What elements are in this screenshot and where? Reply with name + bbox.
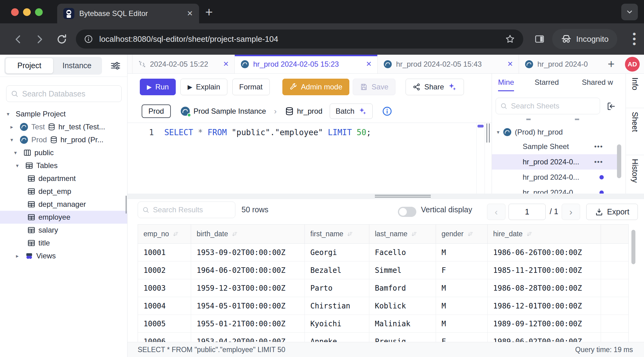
caret-down-icon[interactable]: ▾ [14, 150, 20, 156]
tree-item-table-salary[interactable]: salary [0, 224, 127, 237]
collapse-panel-button[interactable] [606, 101, 616, 111]
cell-emp-no[interactable]: 10003 [138, 279, 191, 297]
tab-search-chevron-button[interactable] [621, 4, 638, 20]
batch-button[interactable]: Batch [330, 104, 372, 119]
table-row[interactable]: 10005 1955-01-21T00:00:00Z Kyoichi Malin… [138, 315, 628, 333]
tab-history[interactable]: History [626, 155, 644, 194]
sheet-search-input[interactable] [511, 102, 595, 110]
panel-resize-handle[interactable] [486, 124, 490, 143]
tab-shared[interactable]: Shared w [582, 78, 613, 91]
explain-button[interactable]: ▶ Explain [180, 79, 227, 95]
close-tab-icon[interactable]: ✕ [366, 60, 372, 68]
tree-item-table-title[interactable]: title [0, 237, 127, 249]
tab-sheet[interactable]: Sheet [626, 108, 644, 155]
results-resize-divider[interactable] [128, 194, 644, 199]
cell-gender[interactable]: M [436, 315, 488, 332]
cell-birth-date[interactable]: 1954-05-01T00:00:00Z [191, 297, 305, 315]
cell-emp-no[interactable]: 10006 [138, 333, 191, 342]
column-header-hire-date[interactable]: hire_date [488, 225, 601, 243]
tree-item-table-dept-manager[interactable]: dept_manager [0, 198, 127, 211]
cell-hire-date[interactable]: 1989-06-02T00:00:00Z [488, 333, 601, 342]
database-search-input[interactable] [22, 89, 117, 98]
bookmark-button[interactable] [505, 34, 515, 44]
column-header-birth-date[interactable]: birth_date [191, 225, 305, 243]
browser-menu-button[interactable]: ••• [633, 31, 636, 46]
sort-icon[interactable] [231, 231, 238, 237]
tab-mine[interactable]: Mine [498, 78, 514, 91]
tree-item-tables[interactable]: ▾ Tables [0, 159, 127, 172]
cell-hire-date[interactable]: 1989-09-12T00:00:00Z [488, 315, 601, 332]
results-search-input[interactable] [153, 206, 231, 214]
sort-icon[interactable] [172, 231, 179, 237]
cell-last-name[interactable]: Facello [369, 244, 436, 261]
cell-hire-date[interactable]: 1986-08-28T00:00:00Z [488, 279, 601, 297]
cell-birth-date[interactable]: 1953-09-02T00:00:00Z [191, 244, 305, 261]
column-header-first-name[interactable]: first_name [305, 225, 369, 243]
results-search[interactable] [138, 202, 235, 218]
column-header-gender[interactable]: gender [436, 225, 488, 243]
cell-last-name[interactable]: Simmel [369, 261, 436, 279]
tree-settings-button[interactable] [110, 60, 121, 71]
caret-down-icon[interactable]: ▾ [16, 163, 22, 169]
sheet-item-unsaved[interactable]: hr_prod 2024-0... [492, 170, 618, 185]
forward-button[interactable] [34, 33, 45, 45]
cell-emp-no[interactable]: 10004 [138, 297, 191, 315]
caret-right-icon[interactable]: ▸ [16, 253, 22, 259]
tree-item-hr-test[interactable]: ▸ Test hr_test (Test... [0, 120, 127, 133]
editor-scrollbar-thumb[interactable] [477, 125, 484, 128]
cell-emp-no[interactable]: 10002 [138, 261, 191, 279]
cell-hire-date[interactable]: 1985-11-21T00:00:00Z [488, 261, 601, 279]
back-button[interactable] [12, 33, 24, 45]
editor-scrollbar[interactable] [476, 123, 485, 194]
tab-project[interactable]: Project [6, 58, 53, 73]
cell-first-name[interactable]: Bezalel [305, 261, 369, 279]
cell-gender[interactable]: F [436, 261, 488, 279]
tree-item-project[interactable]: ▾ Sample Project [0, 108, 127, 120]
tree-item-table-department[interactable]: department [0, 172, 127, 185]
caret-down-icon[interactable]: ▾ [7, 111, 13, 117]
cell-last-name[interactable]: Koblick [369, 297, 436, 315]
sort-icon[interactable] [526, 231, 532, 237]
window-minimize-button[interactable] [23, 8, 31, 16]
browser-tab[interactable]: Bytebase SQL Editor ✕ [57, 4, 199, 23]
admin-mode-button[interactable]: Admin mode [282, 79, 350, 95]
cell-gender[interactable]: F [436, 333, 488, 342]
caret-right-icon[interactable]: ▸ [10, 124, 17, 130]
cell-first-name[interactable]: Georgi [305, 244, 369, 261]
cell-emp-no[interactable]: 10005 [138, 315, 191, 332]
format-button[interactable]: Format [232, 79, 270, 95]
sheet-group-hr-prod[interactable]: ▾ (Prod) hr_prod [492, 124, 618, 140]
database-search[interactable] [6, 85, 122, 102]
sheet-menu-icon[interactable]: ••• [594, 158, 603, 166]
worksheet-tab-3[interactable]: hr_prod 2024-02-05 15:43 ✕ [378, 55, 519, 73]
connection-info-button[interactable] [382, 106, 392, 116]
close-tab-icon[interactable]: ✕ [507, 60, 513, 68]
sort-icon[interactable] [346, 231, 353, 237]
table-row[interactable]: 10003 1959-12-03T00:00:00Z Parto Bamford… [138, 279, 628, 297]
close-tab-icon[interactable]: ✕ [223, 60, 229, 68]
page-input[interactable] [509, 204, 546, 220]
user-avatar[interactable]: AD [625, 57, 640, 72]
prev-page-button[interactable]: ‹ [487, 204, 505, 220]
tree-item-hr-prod[interactable]: ▾ Prod hr_prod (Pr... [0, 133, 127, 146]
instance-name[interactable]: Prod Sample Instance [194, 107, 266, 116]
browser-tab-close-icon[interactable]: ✕ [187, 9, 193, 18]
tree-item-table-dept-emp[interactable]: dept_emp [0, 185, 127, 198]
cell-birth-date[interactable]: 1953-04-20T00:00:00Z [191, 333, 305, 342]
cell-last-name[interactable]: Bamford [369, 279, 436, 297]
cell-hire-date[interactable]: 1986-12-01T00:00:00Z [488, 297, 601, 315]
new-tab-button[interactable]: + [205, 5, 213, 20]
column-header-emp-no[interactable]: emp_no [138, 225, 191, 243]
table-row-clipped[interactable]: 10006 1953-04-20T00:00:00Z Anneke Preusi… [138, 333, 628, 342]
results-scrollbar-thumb[interactable] [631, 230, 635, 264]
cell-birth-date[interactable]: 1964-06-02T00:00:00Z [191, 261, 305, 279]
database-name[interactable]: hr_prod [297, 107, 323, 116]
site-info-icon[interactable] [84, 34, 93, 44]
new-worksheet-button[interactable]: + [608, 57, 615, 71]
share-button[interactable]: Share [406, 79, 464, 95]
reload-button[interactable] [56, 33, 68, 45]
cell-first-name[interactable]: Parto [305, 279, 369, 297]
cell-emp-no[interactable]: 10001 [138, 244, 191, 261]
vertical-display-toggle[interactable] [398, 207, 416, 217]
next-page-button[interactable]: › [562, 204, 580, 220]
